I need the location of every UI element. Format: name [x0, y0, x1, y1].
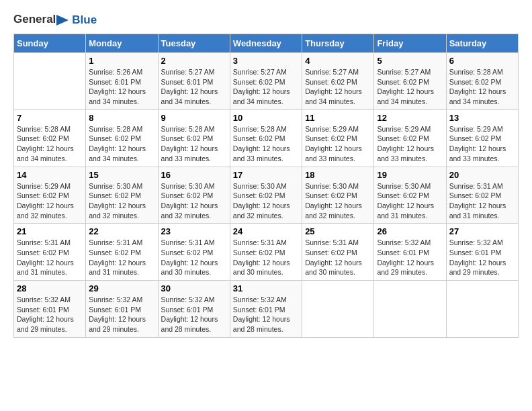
day-number: 23 — [161, 226, 227, 236]
day-number: 8 — [89, 113, 154, 123]
day-number: 24 — [233, 226, 299, 236]
header-wednesday: Wednesday — [230, 34, 302, 53]
day-info: Sunrise: 5:31 AMSunset: 6:02 PMDaylight:… — [161, 238, 227, 277]
logo: General Blue — [13, 13, 97, 27]
calendar-cell — [446, 281, 518, 338]
day-number: 30 — [161, 283, 227, 293]
calendar-cell — [14, 53, 86, 110]
day-info: Sunrise: 5:28 AMSunset: 6:02 PMDaylight:… — [89, 124, 154, 164]
calendar-cell: 31Sunrise: 5:32 AMSunset: 6:01 PMDayligh… — [230, 281, 302, 338]
day-number: 20 — [449, 170, 515, 180]
day-number: 31 — [233, 283, 299, 293]
day-number: 28 — [17, 283, 83, 293]
calendar-cell: 6Sunrise: 5:28 AMSunset: 6:02 PMDaylight… — [446, 53, 518, 110]
header-saturday: Saturday — [446, 34, 518, 53]
calendar-cell: 8Sunrise: 5:28 AMSunset: 6:02 PMDaylight… — [86, 109, 158, 167]
calendar-week-row: 7Sunrise: 5:28 AMSunset: 6:02 PMDaylight… — [14, 109, 519, 167]
calendar-cell: 27Sunrise: 5:32 AMSunset: 6:01 PMDayligh… — [446, 224, 518, 281]
day-info: Sunrise: 5:32 AMSunset: 6:01 PMDaylight:… — [17, 295, 83, 334]
calendar-cell: 11Sunrise: 5:29 AMSunset: 6:02 PMDayligh… — [302, 109, 374, 167]
logo-blue-text: Blue — [72, 13, 97, 26]
day-number: 18 — [305, 170, 371, 180]
calendar-header-row: SundayMondayTuesdayWednesdayThursdayFrid… — [14, 34, 519, 53]
day-number: 13 — [449, 113, 515, 123]
day-info: Sunrise: 5:27 AMSunset: 6:01 PMDaylight:… — [161, 67, 227, 107]
day-info: Sunrise: 5:32 AMSunset: 6:01 PMDaylight:… — [449, 238, 515, 277]
header: General Blue — [13, 13, 519, 27]
day-number: 29 — [89, 283, 154, 293]
day-info: Sunrise: 5:28 AMSunset: 6:02 PMDaylight:… — [233, 124, 299, 164]
calendar-cell: 9Sunrise: 5:28 AMSunset: 6:02 PMDaylight… — [158, 109, 230, 167]
calendar-cell: 30Sunrise: 5:32 AMSunset: 6:01 PMDayligh… — [158, 281, 230, 338]
calendar-week-row: 14Sunrise: 5:29 AMSunset: 6:02 PMDayligh… — [14, 167, 519, 224]
calendar-cell: 18Sunrise: 5:30 AMSunset: 6:02 PMDayligh… — [302, 167, 374, 224]
header-monday: Monday — [86, 34, 158, 53]
calendar-cell: 7Sunrise: 5:28 AMSunset: 6:02 PMDaylight… — [14, 109, 86, 167]
day-number: 25 — [305, 226, 371, 236]
day-number: 14 — [17, 170, 83, 180]
day-info: Sunrise: 5:32 AMSunset: 6:01 PMDaylight:… — [233, 295, 299, 334]
day-number: 6 — [449, 56, 515, 66]
day-info: Sunrise: 5:31 AMSunset: 6:02 PMDaylight:… — [233, 238, 299, 277]
header-tuesday: Tuesday — [158, 34, 230, 53]
calendar-cell: 2Sunrise: 5:27 AMSunset: 6:01 PMDaylight… — [158, 53, 230, 110]
calendar-cell: 14Sunrise: 5:29 AMSunset: 6:02 PMDayligh… — [14, 167, 86, 224]
header-sunday: Sunday — [14, 34, 86, 53]
day-number: 3 — [233, 56, 299, 66]
calendar-cell: 24Sunrise: 5:31 AMSunset: 6:02 PMDayligh… — [230, 224, 302, 281]
day-info: Sunrise: 5:30 AMSunset: 6:02 PMDaylight:… — [161, 181, 227, 221]
day-info: Sunrise: 5:32 AMSunset: 6:01 PMDaylight:… — [161, 295, 227, 334]
day-info: Sunrise: 5:32 AMSunset: 6:01 PMDaylight:… — [89, 295, 154, 334]
calendar-cell: 21Sunrise: 5:31 AMSunset: 6:02 PMDayligh… — [14, 224, 86, 281]
day-info: Sunrise: 5:29 AMSunset: 6:02 PMDaylight:… — [449, 124, 515, 164]
day-info: Sunrise: 5:30 AMSunset: 6:02 PMDaylight:… — [377, 181, 443, 221]
day-info: Sunrise: 5:28 AMSunset: 6:02 PMDaylight:… — [449, 67, 515, 107]
calendar-cell: 26Sunrise: 5:32 AMSunset: 6:01 PMDayligh… — [374, 224, 446, 281]
calendar-cell: 16Sunrise: 5:30 AMSunset: 6:02 PMDayligh… — [158, 167, 230, 224]
day-info: Sunrise: 5:29 AMSunset: 6:02 PMDaylight:… — [377, 124, 443, 164]
svg-marker-0 — [56, 15, 69, 26]
calendar-cell: 25Sunrise: 5:31 AMSunset: 6:02 PMDayligh… — [302, 224, 374, 281]
day-info: Sunrise: 5:30 AMSunset: 6:02 PMDaylight:… — [233, 181, 299, 221]
calendar-cell: 13Sunrise: 5:29 AMSunset: 6:02 PMDayligh… — [446, 109, 518, 167]
day-info: Sunrise: 5:27 AMSunset: 6:02 PMDaylight:… — [233, 67, 299, 107]
day-info: Sunrise: 5:28 AMSunset: 6:02 PMDaylight:… — [161, 124, 227, 164]
calendar-cell — [302, 281, 374, 338]
calendar-cell: 15Sunrise: 5:30 AMSunset: 6:02 PMDayligh… — [86, 167, 158, 224]
calendar-cell: 3Sunrise: 5:27 AMSunset: 6:02 PMDaylight… — [230, 53, 302, 110]
day-number: 19 — [377, 170, 443, 180]
calendar-cell: 23Sunrise: 5:31 AMSunset: 6:02 PMDayligh… — [158, 224, 230, 281]
day-number: 7 — [17, 113, 83, 123]
day-number: 2 — [161, 56, 227, 66]
calendar-week-row: 28Sunrise: 5:32 AMSunset: 6:01 PMDayligh… — [14, 281, 519, 338]
day-number: 4 — [305, 56, 371, 66]
header-thursday: Thursday — [302, 34, 374, 53]
calendar-cell: 28Sunrise: 5:32 AMSunset: 6:01 PMDayligh… — [14, 281, 86, 338]
day-info: Sunrise: 5:32 AMSunset: 6:01 PMDaylight:… — [377, 238, 443, 277]
calendar-table: SundayMondayTuesdayWednesdayThursdayFrid… — [13, 34, 519, 338]
calendar-week-row: 1Sunrise: 5:26 AMSunset: 6:01 PMDaylight… — [14, 53, 519, 110]
calendar-cell: 12Sunrise: 5:29 AMSunset: 6:02 PMDayligh… — [374, 109, 446, 167]
calendar-cell: 29Sunrise: 5:32 AMSunset: 6:01 PMDayligh… — [86, 281, 158, 338]
day-number: 26 — [377, 226, 443, 236]
day-number: 16 — [161, 170, 227, 180]
calendar-cell: 4Sunrise: 5:27 AMSunset: 6:02 PMDaylight… — [302, 53, 374, 110]
day-number: 1 — [89, 56, 154, 66]
day-number: 27 — [449, 226, 515, 236]
calendar-cell: 20Sunrise: 5:31 AMSunset: 6:02 PMDayligh… — [446, 167, 518, 224]
calendar-week-row: 21Sunrise: 5:31 AMSunset: 6:02 PMDayligh… — [14, 224, 519, 281]
calendar-cell: 22Sunrise: 5:31 AMSunset: 6:02 PMDayligh… — [86, 224, 158, 281]
day-number: 10 — [233, 113, 299, 123]
day-info: Sunrise: 5:27 AMSunset: 6:02 PMDaylight:… — [305, 67, 371, 107]
day-number: 21 — [17, 226, 83, 236]
day-info: Sunrise: 5:29 AMSunset: 6:02 PMDaylight:… — [305, 124, 371, 164]
calendar-cell: 1Sunrise: 5:26 AMSunset: 6:01 PMDaylight… — [86, 53, 158, 110]
day-info: Sunrise: 5:30 AMSunset: 6:02 PMDaylight:… — [89, 181, 154, 221]
calendar-cell: 17Sunrise: 5:30 AMSunset: 6:02 PMDayligh… — [230, 167, 302, 224]
day-number: 12 — [377, 113, 443, 123]
header-friday: Friday — [374, 34, 446, 53]
day-info: Sunrise: 5:30 AMSunset: 6:02 PMDaylight:… — [305, 181, 371, 221]
day-info: Sunrise: 5:31 AMSunset: 6:02 PMDaylight:… — [305, 238, 371, 277]
calendar-cell: 10Sunrise: 5:28 AMSunset: 6:02 PMDayligh… — [230, 109, 302, 167]
day-number: 11 — [305, 113, 371, 123]
